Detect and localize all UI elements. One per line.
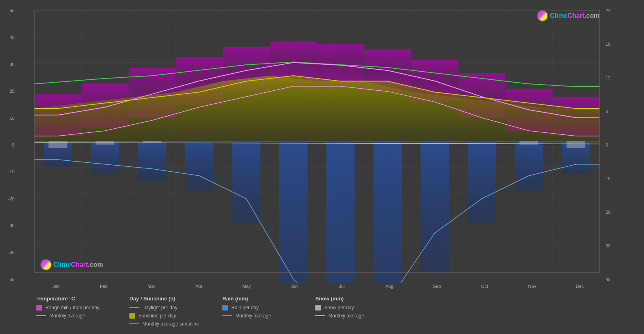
logo-icon-top [537,10,548,21]
y-tick-left: 20 [10,89,15,94]
x-tick: Mar [128,284,175,289]
legend-item-label: Monthly average [49,313,85,319]
y-axis-right-labels [616,6,617,290]
legend-item-label: Monthly average sunshine [142,321,199,327]
legend-item: Range min / max per day [36,305,117,311]
legend-group: Rain (mm)Rain per dayMonthly average [222,296,303,327]
y-tick-left: 10 [10,116,15,121]
legend-item: Rain per day [222,305,303,311]
legend-swatch [129,313,135,319]
legend-item: Monthly average [36,313,117,319]
main-container: 50403020100-10-20-30-40-50 ClimeChart.co… [0,0,644,334]
y-axis-right-ticks: 2418126010203040 [604,6,616,290]
x-tick: Apr [175,284,223,289]
x-tick: Aug [365,284,413,289]
legend-line [129,323,139,324]
y-tick-left: 40 [10,35,15,40]
legend-item-label: Snow per day [324,305,354,311]
legend-item-label: Monthly average [328,313,364,319]
y-axis-left: 50403020100-10-20-30-40-50 [8,6,32,290]
x-tick: Jun [270,284,318,289]
y-tick-left: -10 [8,169,15,174]
main-chart-canvas [32,6,604,283]
legend-swatch [222,305,228,311]
legend-item: Daylight per day [129,305,210,311]
legend-area: Temperature °CRange min / max per dayMon… [8,292,636,329]
legend-line [36,315,46,316]
x-axis-row: JanFebMarAprMayJunJulAugSepOctNovDec [32,283,604,290]
legend-item: Monthly average sunshine [129,321,210,327]
legend-line [222,315,232,316]
legend-item-label: Daylight per day [142,305,177,311]
y-tick-right: 24 [606,8,616,13]
x-tick: Sep [413,284,461,289]
legend-group: Snow (mm)Snow per dayMonthly average [315,296,396,327]
watermark-text-top: ClimeChart.com [550,12,600,19]
y-tick-right: 6 [606,109,616,114]
legend-group-title: Temperature °C [36,296,117,302]
legend-group-title: Rain (mm) [222,296,303,302]
legend-swatch [36,305,42,311]
watermark-bottom-left: ClimeChart.com [40,259,103,270]
x-tick: Jan [32,284,80,289]
legend-item: Sunshine per day [129,313,210,319]
x-tick: Nov [509,284,556,289]
y-tick-right: 0 [606,143,616,147]
y-axis-right: 2418126010203040 [604,6,636,290]
legend-line [315,315,325,316]
legend-group: Day / Sunshine (h)Daylight per daySunshi… [129,296,210,327]
legend-item: Monthly average [315,313,396,319]
x-tick: Jul [318,284,366,289]
y-tick-left: -30 [8,223,15,228]
chart-canvas-wrapper: ClimeChart.com ClimeChart.com [32,6,604,283]
watermark-text-bottom: ClimeChart.com [53,261,103,268]
y-axis-left-ticks: 50403020100-10-20-30-40-50 [8,6,17,290]
y-tick-right: 10 [606,176,616,181]
copyright [8,329,636,330]
x-tick: Feb [80,284,128,289]
legend-group: Temperature °CRange min / max per dayMon… [36,296,117,327]
legend-group-title: Snow (mm) [315,296,396,302]
legend-item: Monthly average [222,313,303,319]
y-tick-right: 12 [606,75,616,80]
y-tick-right: 18 [606,42,616,47]
logo-icon-bottom [40,259,52,270]
legend-item: Snow per day [315,305,396,311]
legend-group-title: Day / Sunshine (h) [129,296,210,302]
x-tick: Dec [556,284,604,289]
y-tick-left: -20 [8,196,15,201]
y-tick-left: 50 [10,8,15,13]
chart-area-wrapper: 50403020100-10-20-30-40-50 ClimeChart.co… [8,6,636,290]
y-tick-right: 20 [606,210,616,215]
y-tick-right: 30 [606,243,616,248]
y-tick-left: -40 [8,250,15,255]
y-tick-right: 40 [606,277,616,282]
x-tick: Oct [461,284,509,289]
x-tick: May [223,284,270,289]
legend-swatch [315,305,321,311]
legend-item-label: Range min / max per day [45,305,99,311]
y-tick-left: 0 [12,143,15,147]
watermark-top-right: ClimeChart.com [537,10,600,21]
legend-line [129,307,139,308]
legend-item-label: Sunshine per day [138,313,176,319]
legend-item-label: Rain per day [231,305,259,311]
chart-middle: ClimeChart.com ClimeChart.com JanFebMarA… [32,6,604,290]
y-tick-left: -50 [8,277,15,282]
y-tick-left: 30 [10,62,15,67]
legend-item-label: Monthly average [235,313,271,319]
